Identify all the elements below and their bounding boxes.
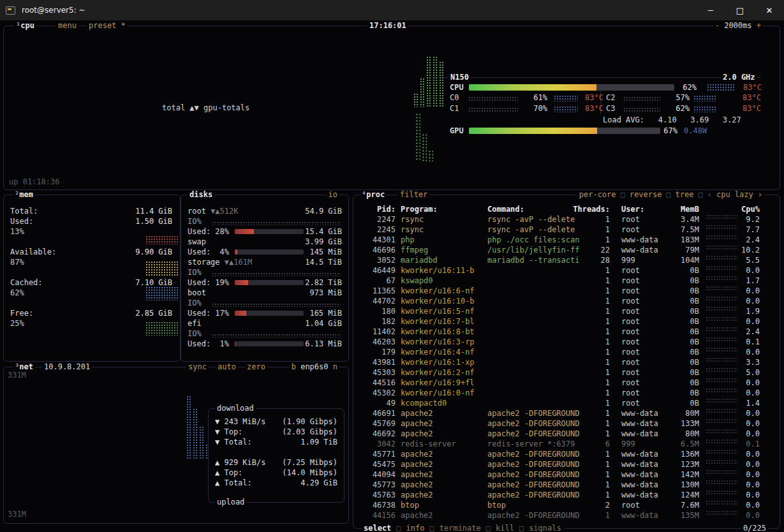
core-temp: 83°C xyxy=(739,92,761,103)
process-threads: 1 xyxy=(564,235,610,245)
interface-prev-button[interactable]: b xyxy=(292,362,296,371)
process-row[interactable]: 45302kworker/u16:0-nf1root0B0.0 xyxy=(353,388,780,398)
maximize-button[interactable]: □ xyxy=(725,0,755,20)
mem-box-title[interactable]: ²mem xyxy=(13,190,35,200)
disk-used-line: Used: 28%15.4 GiB xyxy=(181,226,348,237)
process-row[interactable]: 46738btopbtop2root7.6M0.0 xyxy=(353,500,780,510)
process-threads: 1 xyxy=(564,510,610,521)
process-row[interactable]: 180kworker/u16:5-nf1root0B1.9 xyxy=(353,306,780,316)
process-row[interactable]: 43981kworker/u16:1-xp1root0B3.3 xyxy=(353,357,780,367)
graph-column xyxy=(413,93,418,107)
gpu-meter xyxy=(469,128,660,134)
info-button[interactable]: info xyxy=(406,524,425,532)
sync-button[interactable]: sync xyxy=(186,362,209,372)
process-threads: 1 xyxy=(564,459,610,469)
window-title: root@server5: ~ xyxy=(22,6,85,15)
process-row[interactable]: 46203kworker/u16:3-rp1root0B0.1 xyxy=(353,337,780,347)
disk-used-meter-fill xyxy=(235,249,237,255)
process-row[interactable]: 3052mariadbdmariadbd --transacti28999104… xyxy=(353,255,780,265)
net-box: ³net 10.9.8.201 sync auto zero b enp6s0 … xyxy=(3,367,349,524)
interval-decrease-button[interactable]: - xyxy=(715,21,720,30)
process-row[interactable]: 44156apache2apache2 -DFOREGROUND1www-dat… xyxy=(353,510,780,521)
process-row[interactable]: 46691apache2apache2 -DFOREGROUND1www-dat… xyxy=(353,408,780,418)
mem-box: ²mem Total:11.4 GiB Used:1.50 GiB 13% Av… xyxy=(3,195,181,362)
process-row[interactable]: 45771apache2apache2 -DFOREGROUND1www-dat… xyxy=(353,449,780,459)
process-row[interactable]: 182kworker/u16:7-bl1root0B0.0 xyxy=(353,316,780,327)
process-name: kworker/u16:9+fl xyxy=(401,378,475,388)
process-cpu-graph xyxy=(706,286,737,291)
process-row[interactable]: 44702kworker/u16:10-b1root0B0.0 xyxy=(353,296,780,306)
process-row[interactable]: 2245rsyncrsync -avP --delete1root7.5M7.7 xyxy=(353,225,780,235)
process-name: apache2 xyxy=(401,449,433,459)
process-user: root xyxy=(621,398,640,408)
cpu-graph-selector[interactable]: total ▲▼ gpu-totals xyxy=(162,103,249,113)
process-row[interactable]: 11402kworker/u16:8-bt1root0B2.4 xyxy=(353,327,780,337)
process-row[interactable]: 45303kworker/u16:2-nf1root0B5.0 xyxy=(353,367,780,378)
signals-button[interactable]: signals xyxy=(529,524,561,532)
cpu-meter xyxy=(469,84,674,91)
process-row[interactable]: 44301phpphp ./occ files:scan1www-data183… xyxy=(353,235,780,245)
process-row[interactable]: 44094apache2apache2 -DFOREGROUND1www-dat… xyxy=(353,469,780,480)
preset-button[interactable]: preset * xyxy=(87,21,128,31)
disk-name-line: swap3.99 GiB xyxy=(181,237,348,247)
download-total: 1.09 TiB xyxy=(300,437,337,447)
disk-io-line: IO% xyxy=(181,216,348,226)
process-row[interactable]: 3042redis-serverredis-server *:637969996… xyxy=(353,439,780,449)
process-cpu-graph xyxy=(706,408,737,413)
process-command: rsync -avP --delete xyxy=(487,214,575,225)
upload-total: 4.29 GiB xyxy=(300,478,337,488)
process-name: mariadbd xyxy=(401,255,438,265)
download-top-row: ▼ Top:(2.03 Gibps) xyxy=(215,427,337,437)
process-row[interactable]: 49kcompactd01root0B1.4 xyxy=(353,398,780,408)
menu-button[interactable]: menu xyxy=(56,21,78,31)
auto-button[interactable]: auto xyxy=(216,362,238,372)
core-temp: 83°C xyxy=(582,92,603,103)
process-memory: 0B xyxy=(661,357,699,367)
process-cpu-percent: 9.2 xyxy=(737,214,760,225)
footer-separator: □ xyxy=(396,524,401,532)
disk-used-line: Used: 19%2.82 TiB xyxy=(181,277,348,288)
process-cpu-graph xyxy=(706,418,737,424)
process-pid: 11402 xyxy=(359,327,396,337)
disk-name: swap xyxy=(188,237,206,246)
process-row[interactable]: 45763apache2apache2 -DFOREGROUND1www-dat… xyxy=(353,490,780,500)
process-threads: 1 xyxy=(564,367,610,378)
disk-io-graph xyxy=(212,221,341,225)
footer-separator: □ xyxy=(519,524,524,532)
core-temp: 83°C xyxy=(739,103,761,114)
close-button[interactable]: ✕ xyxy=(755,0,784,20)
process-row[interactable]: 44516kworker/u16:9+fl1root0B0.0 xyxy=(353,378,780,388)
process-row[interactable]: 45773apache2apache2 -DFOREGROUND1www-dat… xyxy=(353,480,780,490)
core-percent: 57% xyxy=(663,92,690,103)
process-row[interactable]: 46692apache2apache2 -DFOREGROUND1www-dat… xyxy=(353,429,780,439)
load-avg-label: Load AVG: xyxy=(603,115,644,124)
process-row[interactable]: 2247rsyncrsync -avP --delete1root3.4M9.2 xyxy=(353,214,780,225)
process-cpu-percent: 0.0 xyxy=(737,265,760,276)
select-button[interactable]: select xyxy=(364,524,391,532)
kill-button[interactable]: kill xyxy=(496,524,514,532)
process-row[interactable]: 45475apache2apache2 -DFOREGROUND1www-dat… xyxy=(353,459,780,469)
process-row[interactable]: 67kswapd01root0B1.7 xyxy=(353,276,780,286)
cpu-model: N150 xyxy=(448,73,471,82)
window-titlebar: root@server5: ~ ─ □ ✕ xyxy=(0,0,784,20)
process-memory: 0B xyxy=(661,276,699,286)
process-row[interactable]: 179kworker/u16:4-nf1root0B0.0 xyxy=(353,347,780,357)
process-row[interactable]: 45769apache2apache2 -DFOREGROUND1www-dat… xyxy=(353,418,780,429)
gpu-meter-fill xyxy=(469,128,597,134)
uptime: up 01:18:36 xyxy=(9,177,59,187)
process-cpu-graph xyxy=(706,388,737,393)
process-user: root xyxy=(621,337,640,347)
process-row[interactable]: 46449kworker/u16:11-b1root0B0.0 xyxy=(353,265,780,276)
zero-button[interactable]: zero xyxy=(245,362,267,372)
process-cpu-percent: 0.0 xyxy=(737,296,760,306)
interface-next-button[interactable]: n xyxy=(333,362,337,371)
minimize-button[interactable]: ─ xyxy=(696,0,725,20)
terminate-button[interactable]: terminate xyxy=(440,524,481,532)
interval-increase-button[interactable]: + xyxy=(757,21,761,30)
cpu-meter-fill xyxy=(469,84,596,91)
process-row[interactable]: 46696ffmpeg/usr/lib/jellyfin-ff22www-dat… xyxy=(353,245,780,255)
process-row[interactable]: 11365kworker/u16:6-nf1root0B0.0 xyxy=(353,286,780,296)
upload-speed: ▲ 929 KiB/s xyxy=(215,457,265,468)
process-cpu-graph xyxy=(706,449,737,454)
cpu-box-title[interactable]: ¹cpu xyxy=(14,21,36,31)
